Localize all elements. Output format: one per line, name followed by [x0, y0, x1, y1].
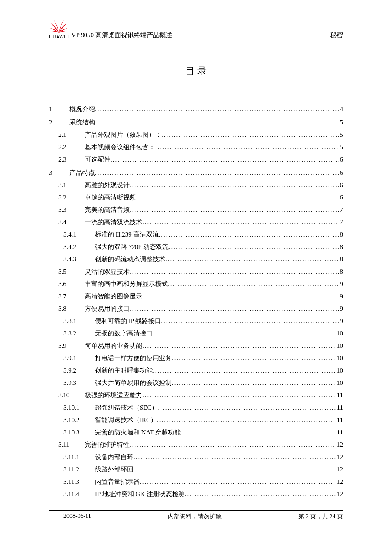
- toc-entry-number: 3.4.1: [63, 231, 95, 238]
- toc-entry-number: 3.10.3: [63, 429, 95, 436]
- toc-entry-page: 10: [336, 379, 343, 387]
- toc-entry-page: 8: [339, 231, 343, 238]
- toc-leader-dots: [142, 293, 339, 300]
- document-title: VP 9050 高清桌面视讯终端产品概述: [72, 31, 172, 40]
- document-page: HUAWEI VP 9050 高清桌面视讯终端产品概述 秘密 目 录 1概况介绍…: [0, 0, 392, 555]
- toc-entry[interactable]: 3.11.2线路外部环回12: [63, 465, 343, 474]
- toc-entry-number: 2.3: [58, 156, 85, 163]
- toc-entry-number: 3.8.2: [63, 330, 95, 337]
- toc-entry[interactable]: 3.11.4IP 地址冲突和 GK 注册状态检测12: [63, 490, 343, 498]
- toc-entry-text: 高雅的外观设计: [85, 181, 130, 189]
- toc-leader-dots: [159, 231, 339, 238]
- toc-entry-number: 3.11.3: [63, 478, 95, 486]
- toc-entry-text: 智能调速技术（IRC）: [95, 416, 157, 424]
- toc-entry-page: 9: [339, 280, 343, 288]
- toc-entry[interactable]: 3.3完美的高清音频7: [58, 206, 343, 214]
- toc-entry[interactable]: 3.11完善的维护特性12: [58, 441, 343, 449]
- classification-label: 秘密: [330, 31, 343, 40]
- toc-entry[interactable]: 3.6丰富的画中画和分屏显示模式9: [58, 280, 343, 288]
- toc-entry-page: 5: [339, 144, 343, 151]
- page-header: HUAWEI VP 9050 高清桌面视讯终端产品概述 秘密: [49, 19, 343, 41]
- toc-entry-page: 12: [336, 478, 343, 486]
- toc-entry[interactable]: 3.5灵活的双显技术8: [58, 268, 343, 276]
- toc-entry-number: 3.10: [58, 392, 85, 399]
- footer-date: 2008-06-11: [63, 513, 91, 520]
- toc-entry[interactable]: 3.10.2智能调速技术（IRC）11: [63, 416, 343, 424]
- toc-leader-dots: [110, 156, 339, 163]
- toc-entry-text: 一流的高清双流技术: [85, 218, 142, 226]
- toc-entry-number: 2.1: [58, 131, 85, 139]
- toc-entry-number: 3.9.1: [63, 355, 95, 362]
- toc-entry[interactable]: 3.4一流的高清双流技术7: [58, 218, 343, 226]
- toc-entry-number: 3.11.4: [63, 491, 95, 498]
- toc-entry-text: 超强纠错技术（SEC）: [95, 404, 158, 412]
- toc-entry-text: 设备内部自环: [95, 453, 133, 461]
- toc-entry[interactable]: 3.7高清智能的图像显示9: [58, 292, 343, 301]
- toc-leader-dots: [165, 256, 339, 263]
- toc-entry[interactable]: 3.10.1超强纠错技术（SEC）11: [63, 404, 343, 412]
- toc-leader-dots: [133, 454, 336, 461]
- toc-entry-text: 可选配件: [85, 156, 110, 164]
- toc-entry[interactable]: 1概况介绍4: [49, 105, 343, 113]
- toc-entry-page: 12: [336, 454, 343, 461]
- toc-entry[interactable]: 3.4.1标准的 H.239 高清双流8: [63, 231, 343, 239]
- toc-leader-dots: [153, 330, 336, 337]
- toc-entry-number: 3.8.1: [63, 318, 95, 325]
- toc-entry-text: 完美的高清音频: [85, 206, 130, 214]
- toc-entry-number: 3.9.2: [63, 367, 95, 374]
- toc-entry-page: 11: [336, 429, 343, 436]
- toc-entry[interactable]: 3.9.2创新的主叫呼集功能10: [63, 367, 343, 375]
- toc-entry[interactable]: 2.2基本视频会议组件包含：5: [58, 143, 343, 151]
- toc-entry-page: 12: [336, 441, 343, 448]
- toc-entry[interactable]: 3.8方便易用的接口9: [58, 305, 343, 313]
- toc-entry[interactable]: 3.9.1打电话一样方便的使用业务10: [63, 354, 343, 362]
- toc-entry[interactable]: 3.4.3创新的码流动态调整技术8: [63, 255, 343, 263]
- toc-entry-number: 3.11.2: [63, 466, 95, 473]
- toc-entry[interactable]: 3.8.1便利可靠的 IP 线路接口9: [63, 317, 343, 325]
- toc-entry-page: 10: [336, 342, 343, 350]
- toc-leader-dots: [155, 144, 339, 151]
- toc-entry[interactable]: 3.11.3内置音量指示器12: [63, 478, 343, 486]
- toc-entry[interactable]: 2系统结构5: [49, 119, 343, 127]
- toc-entry-text: IP 地址冲突和 GK 注册状态检测: [95, 490, 185, 498]
- toc-entry-page: 9: [339, 318, 343, 325]
- toc-entry-text: 完善的维护特性: [85, 441, 130, 449]
- toc-leader-dots: [168, 280, 339, 288]
- toc-entry-number: 3.9.3: [63, 379, 95, 387]
- toc-leader-dots: [95, 106, 339, 113]
- toc-entry[interactable]: 3.2卓越的高清晰视频6: [58, 194, 343, 202]
- toc-entry[interactable]: 3.1高雅的外观设计6: [58, 181, 343, 189]
- toc-entry[interactable]: 3.10极强的环境适应能力11: [58, 391, 343, 399]
- toc-entry-page: 7: [339, 219, 343, 226]
- toc-entry-text: 简单易用的业务功能: [85, 342, 142, 350]
- toc-entry-page: 5: [339, 119, 343, 126]
- toc-entry-number: 2.2: [58, 144, 85, 151]
- toc-entry[interactable]: 3.8.2无损的数字高清接口10: [63, 330, 343, 338]
- toc-entry-text: 线路外部环回: [95, 465, 133, 474]
- toc-entry[interactable]: 3.4.2强大的双路 720P 动态双流8: [63, 243, 343, 251]
- footer-center: 内部资料，请勿扩散: [168, 513, 222, 520]
- toc-entry-page: 6: [339, 156, 343, 163]
- toc-leader-dots: [161, 131, 339, 139]
- toc-entry-page: 12: [336, 466, 343, 473]
- toc-leader-dots: [130, 268, 339, 275]
- toc-entry[interactable]: 3产品特点6: [49, 169, 343, 177]
- toc-entry-number: 3.9: [58, 342, 85, 350]
- toc-entry[interactable]: 2.1产品外观图片（效果图）：5: [58, 131, 343, 139]
- toc-entry[interactable]: 2.3可选配件6: [58, 156, 343, 164]
- toc-entry-page: 5: [339, 131, 343, 139]
- toc-leader-dots: [130, 441, 336, 448]
- toc-entry[interactable]: 3.9简单易用的业务功能10: [58, 342, 343, 350]
- footer-page-number: 第 2 页，共 24 页: [298, 513, 343, 520]
- toc-entry-page: 11: [336, 416, 343, 424]
- logo-text: HUAWEI: [49, 34, 69, 40]
- toc-entry[interactable]: 3.9.3强大并简单易用的会议控制10: [63, 379, 343, 387]
- toc-entry[interactable]: 3.10.3完善的防火墙和 NAT 穿越功能11: [63, 428, 343, 436]
- toc-leader-dots: [136, 194, 339, 201]
- toc-entry-text: 灵活的双显技术: [85, 268, 130, 276]
- toc-entry[interactable]: 3.11.1设备内部自环12: [63, 453, 343, 461]
- toc-leader-dots: [185, 491, 336, 498]
- toc-entry-text: 创新的主叫呼集功能: [95, 367, 153, 375]
- toc-entry-number: 2: [49, 119, 69, 126]
- toc-entry-text: 完善的防火墙和 NAT 穿越功能: [95, 428, 181, 436]
